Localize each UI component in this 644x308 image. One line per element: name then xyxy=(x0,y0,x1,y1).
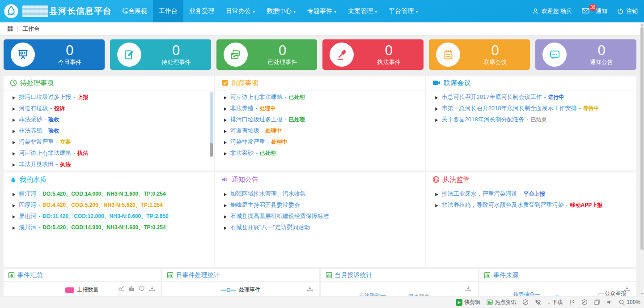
logout-button[interactable]: 注销 xyxy=(617,7,638,15)
bar-chart-icon xyxy=(167,272,174,278)
list-item-separator: - xyxy=(526,116,528,123)
list-item[interactable]: ▶ 污染非常严重 - 处理中 xyxy=(224,139,420,146)
fan-icon[interactable] xyxy=(522,299,529,305)
list-item[interactable]: ▶ 非法采砂 - 验收 xyxy=(13,116,208,124)
stat-card-today-events[interactable]: 0 今日事件 xyxy=(4,39,105,70)
scroll-down-arrow[interactable]: ▼ xyxy=(640,291,644,296)
nav-menu-item[interactable]: 业务受理 ▾ xyxy=(183,0,220,22)
stat-label: 今日事件 xyxy=(35,58,105,66)
speaker-icon[interactable] xyxy=(606,299,613,305)
nav-menu-item[interactable]: 数据中心 ▾ xyxy=(261,0,301,22)
nav-menu-item-label: 业务受理 xyxy=(189,7,214,15)
chevron-down-icon: ▾ xyxy=(415,9,418,14)
stat-value: 0 xyxy=(460,43,530,58)
user-menu[interactable]: 欢迎您 杨兵 xyxy=(532,7,572,15)
stat-card-pending-events[interactable]: 0 待处理事件 xyxy=(110,39,211,70)
download-icon[interactable] xyxy=(307,285,313,293)
list-item[interactable]: ▶ 横江河 - DO:5.420、COD:14.000、NH3-N:1.600、… xyxy=(13,191,208,198)
stat-card-processed-events[interactable]: 0 已处理事件 xyxy=(216,39,318,70)
browser-mode-icon[interactable] xyxy=(581,299,588,305)
nav-menu-item[interactable]: 平台管理 ▾ xyxy=(383,0,424,22)
list-item[interactable]: ▶ 市总河长召开2017年底河长制会议工作 - 进行中 xyxy=(435,94,631,101)
chart-legend[interactable]: 处理事件 xyxy=(162,282,319,294)
nav-menu-item[interactable]: 工作台 ▾ xyxy=(153,0,183,22)
envelope-icon xyxy=(582,8,589,14)
page-scrollbar[interactable]: ▲ ▼ xyxy=(640,22,644,296)
scrollbar-thumb[interactable] xyxy=(640,27,644,250)
list-item-separator: - xyxy=(73,94,75,100)
nav-menu-item[interactable]: 综合展视 ▾ xyxy=(116,0,153,22)
list-item-separator: - xyxy=(544,94,546,100)
window-icon[interactable] xyxy=(594,299,600,305)
list-item-text: 河道有垃圾 xyxy=(230,128,259,134)
nav-menu-item-label: 专题事件 xyxy=(307,7,332,15)
panel-my-water-quality: 我的水质 ▶ 横江河 - DO:5.420、COD:14.000、NH3-N:1… xyxy=(4,172,214,267)
list-item[interactable]: ▶ 河道有垃圾 - 处理中 xyxy=(224,128,420,135)
stat-label: 已处理事件 xyxy=(248,58,318,66)
flag-icon[interactable] xyxy=(569,299,575,305)
notification-count-badge: 30 xyxy=(589,4,597,11)
list-item[interactable]: ▶ 鲍峰庭主持召开县委常委会 - xyxy=(224,202,420,209)
notifications-label: 通知 xyxy=(596,7,607,15)
download-icon[interactable] xyxy=(465,285,471,293)
notifications-button[interactable]: 30 通知 xyxy=(582,7,607,15)
stat-value: 0 xyxy=(248,43,318,58)
panel-scrollbar-track[interactable] xyxy=(210,92,213,143)
list-item[interactable]: ▶ 屏山河 - DO:11.420、COD:12.000、NH3-N:0.600… xyxy=(13,213,208,220)
list-item[interactable]: ▶ 非法养殖鸡，导致河水颜色及水质受到严重污染 - 移动APP上报 xyxy=(435,202,631,209)
list-item-text: 非法养殖 xyxy=(230,105,254,111)
list-item[interactable]: ▶ 石城县开展"八一"走访慰问活动 - xyxy=(224,224,420,231)
list-item[interactable]: ▶ 排法工业废水，严重污染河道 - 平台上报 xyxy=(435,191,631,198)
list-item[interactable]: ▶ 石城县提高基层组织建设经费保障标准 - xyxy=(224,213,420,220)
bar-chart-toggle-icon[interactable] xyxy=(128,285,135,291)
nav-menu-item[interactable]: 文案管理 ▾ xyxy=(342,0,383,22)
zoom-control[interactable]: 100% xyxy=(619,299,640,305)
nav-menu-item[interactable]: 专题事件 ▾ xyxy=(301,0,342,22)
list-item[interactable]: ▶ 排污口垃圾过多上报 - 已处理 xyxy=(224,116,420,124)
clock-icon xyxy=(10,79,17,86)
download-icon[interactable] xyxy=(149,285,155,291)
list-item[interactable]: ▶ 非法养殖 - 验收 xyxy=(13,128,208,135)
list-item[interactable]: ▶ 加强区域排水管理、污水收集 - xyxy=(224,191,420,198)
list-item[interactable]: ▶ 非法养殖 - 处理中 xyxy=(224,105,420,112)
list-item-separator: - xyxy=(566,202,568,208)
caret-right-icon: ▶ xyxy=(224,106,227,112)
stat-card-notices[interactable]: 0 通知公告 xyxy=(535,39,636,70)
list-item[interactable]: ▶ 市第一总河长召开2018年底河长制全面展示工作安排 - 等待中 xyxy=(435,105,631,112)
stat-label: 待处理事件 xyxy=(141,58,211,66)
list-item[interactable]: ▶ 河岸边上有非法建筑 - 执法 xyxy=(13,150,208,157)
refresh-icon[interactable] xyxy=(139,285,145,291)
list-item-text: 关于各县2018年河长制分配任务 xyxy=(441,116,524,123)
panel-title: 待处理事项 xyxy=(20,79,54,87)
caret-right-icon: ▶ xyxy=(224,202,227,209)
download-button[interactable]: ↓ 下载 xyxy=(547,299,563,306)
panel-scrollbar-thumb[interactable] xyxy=(210,143,213,157)
line-chart-toggle-icon[interactable] xyxy=(118,285,124,291)
list-item-status: 已结束 xyxy=(530,116,547,123)
stat-card-joint-meetings[interactable]: 0 联席会议 xyxy=(429,39,530,70)
grid-icon[interactable] xyxy=(7,26,13,32)
checkbox-icon xyxy=(221,79,229,86)
chart-title: 日事件处理统计 xyxy=(176,271,220,279)
list-item[interactable]: ▶ 非法开垦农田 - 执法 xyxy=(13,161,208,168)
list-item[interactable]: ▶ 河道有垃圾 - 投诉 xyxy=(13,105,208,112)
list-item[interactable]: ▶ 关于各县2018年河长制分配任务 - 已结束 xyxy=(435,116,631,124)
list-item[interactable]: ▶ 非法采砂 - 已处理 xyxy=(224,150,420,157)
stat-value: 0 xyxy=(35,43,105,58)
pin-disabled-icon[interactable] xyxy=(535,299,541,305)
hot-news-button[interactable]: 热点资讯 xyxy=(487,299,516,306)
nav-menu-item[interactable]: 日常办公 ▾ xyxy=(220,0,261,22)
breadcrumb: 工作台 xyxy=(0,22,640,36)
scroll-up-arrow[interactable]: ▲ xyxy=(640,22,644,27)
list-item[interactable]: ▶ 河岸边上有非法建筑 - 已处理 xyxy=(224,94,420,101)
app-title: 县河长信息平台 xyxy=(49,5,112,17)
play-icon: ▶ xyxy=(456,299,462,306)
list-item[interactable]: ▶ 溪川河 - DO:5.420、COD:14.000、NH3-N:1.600、… xyxy=(13,224,208,231)
list-item[interactable]: ▶ 固厚河 - DO:4.420、COD:5.200、NH3-N:5.620、T… xyxy=(13,202,208,209)
stat-card-enforcement-events[interactable]: 0 执法事件 xyxy=(322,39,424,70)
caret-right-icon: ▶ xyxy=(435,202,438,209)
list-item[interactable]: ▶ 排污口垃圾过多上报 - 上报 xyxy=(13,94,208,101)
list-item[interactable]: ▶ 污染非常严重 - 立案 xyxy=(13,139,208,146)
list-item-status: 进行中 xyxy=(548,94,564,100)
quick-clip-button[interactable]: ▶ 快剪辑 xyxy=(456,299,480,306)
